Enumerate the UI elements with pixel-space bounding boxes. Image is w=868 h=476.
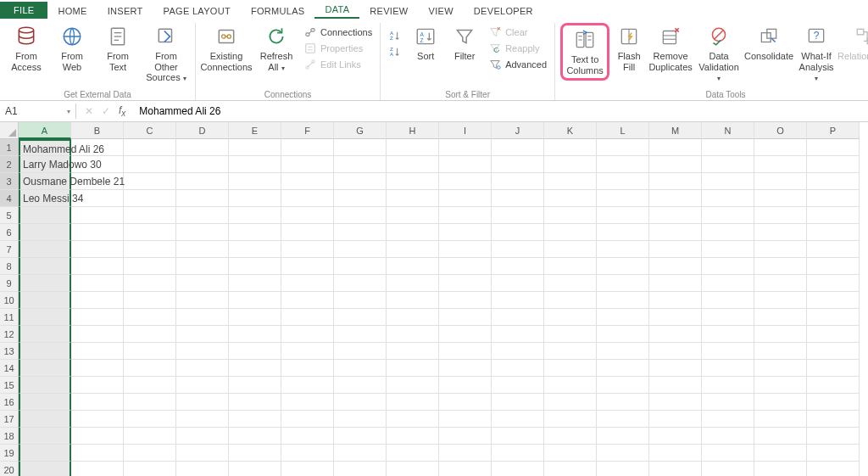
cell-F17[interactable] bbox=[281, 411, 334, 428]
cell-I1[interactable] bbox=[439, 139, 492, 156]
cell-J7[interactable] bbox=[492, 241, 544, 258]
cell-E4[interactable] bbox=[229, 190, 281, 207]
cell-O19[interactable] bbox=[754, 445, 807, 462]
column-header-D[interactable]: D bbox=[176, 122, 229, 139]
cell-K11[interactable] bbox=[544, 309, 597, 326]
cell-P20[interactable] bbox=[807, 462, 860, 476]
cell-L5[interactable] bbox=[597, 207, 649, 224]
cell-I14[interactable] bbox=[439, 360, 492, 377]
fx-icon[interactable]: fx bbox=[119, 104, 125, 118]
cell-M16[interactable] bbox=[649, 394, 702, 411]
cell-M19[interactable] bbox=[649, 445, 702, 462]
cell-I19[interactable] bbox=[439, 445, 492, 462]
cell-L13[interactable] bbox=[597, 343, 649, 360]
cell-C19[interactable] bbox=[124, 445, 176, 462]
column-header-M[interactable]: M bbox=[649, 122, 702, 139]
column-header-C[interactable]: C bbox=[124, 122, 176, 139]
cell-L20[interactable] bbox=[597, 462, 649, 476]
cell-M18[interactable] bbox=[649, 428, 702, 445]
cell-O8[interactable] bbox=[754, 258, 807, 275]
data-validation-button[interactable]: Data Validation ▾ bbox=[696, 23, 742, 85]
cell-F8[interactable] bbox=[281, 258, 334, 275]
cell-K3[interactable] bbox=[544, 173, 597, 190]
cell-J8[interactable] bbox=[492, 258, 544, 275]
properties-button[interactable]: Properties bbox=[301, 41, 375, 56]
text-to-columns-button[interactable]: Text to Columns bbox=[564, 26, 606, 77]
cell-N17[interactable] bbox=[702, 411, 754, 428]
cell-A12[interactable] bbox=[19, 326, 71, 343]
cell-O5[interactable] bbox=[754, 207, 807, 224]
row-header-17[interactable]: 17 bbox=[0, 411, 19, 428]
cell-C12[interactable] bbox=[124, 326, 176, 343]
relationships-button[interactable]: Relationships bbox=[840, 23, 868, 64]
cell-B8[interactable] bbox=[71, 258, 124, 275]
cell-P18[interactable] bbox=[807, 428, 860, 445]
cell-D15[interactable] bbox=[176, 377, 229, 394]
cell-P13[interactable] bbox=[807, 343, 860, 360]
reapply-button[interactable]: Reapply bbox=[486, 41, 549, 56]
cell-H1[interactable] bbox=[387, 139, 439, 156]
cell-J17[interactable] bbox=[492, 411, 544, 428]
column-header-E[interactable]: E bbox=[229, 122, 281, 139]
cell-J16[interactable] bbox=[492, 394, 544, 411]
cell-N12[interactable] bbox=[702, 326, 754, 343]
cell-H6[interactable] bbox=[387, 224, 439, 241]
cell-H11[interactable] bbox=[387, 309, 439, 326]
cell-F7[interactable] bbox=[281, 241, 334, 258]
cell-P11[interactable] bbox=[807, 309, 860, 326]
cell-B11[interactable] bbox=[71, 309, 124, 326]
cell-A9[interactable] bbox=[19, 275, 71, 292]
cell-A3[interactable]: Ousmane Dembele 21 bbox=[19, 173, 71, 190]
sort-asc-button[interactable]: AZ bbox=[386, 28, 404, 43]
cell-D14[interactable] bbox=[176, 360, 229, 377]
cell-K15[interactable] bbox=[544, 377, 597, 394]
tab-formulas[interactable]: FORMULAS bbox=[241, 3, 315, 19]
cell-K12[interactable] bbox=[544, 326, 597, 343]
consolidate-button[interactable]: Consolidate bbox=[745, 23, 793, 64]
cell-M3[interactable] bbox=[649, 173, 702, 190]
cell-M2[interactable] bbox=[649, 156, 702, 173]
cell-G17[interactable] bbox=[334, 411, 387, 428]
cell-L14[interactable] bbox=[597, 360, 649, 377]
cell-J19[interactable] bbox=[492, 445, 544, 462]
from-access-button[interactable]: From Access bbox=[5, 23, 47, 74]
cell-F2[interactable] bbox=[281, 156, 334, 173]
cell-O6[interactable] bbox=[754, 224, 807, 241]
cell-D4[interactable] bbox=[176, 190, 229, 207]
cell-O20[interactable] bbox=[754, 462, 807, 476]
cell-L11[interactable] bbox=[597, 309, 649, 326]
cell-J11[interactable] bbox=[492, 309, 544, 326]
row-header-5[interactable]: 5 bbox=[0, 207, 19, 224]
cell-M7[interactable] bbox=[649, 241, 702, 258]
cell-M4[interactable] bbox=[649, 190, 702, 207]
cell-J15[interactable] bbox=[492, 377, 544, 394]
cell-E14[interactable] bbox=[229, 360, 281, 377]
from-web-button[interactable]: From Web bbox=[51, 23, 93, 74]
row-header-19[interactable]: 19 bbox=[0, 445, 19, 462]
cell-E8[interactable] bbox=[229, 258, 281, 275]
cell-G12[interactable] bbox=[334, 326, 387, 343]
cell-E9[interactable] bbox=[229, 275, 281, 292]
row-header-20[interactable]: 20 bbox=[0, 462, 19, 476]
cell-G11[interactable] bbox=[334, 309, 387, 326]
cell-N6[interactable] bbox=[702, 224, 754, 241]
cell-N19[interactable] bbox=[702, 445, 754, 462]
cell-H4[interactable] bbox=[387, 190, 439, 207]
sort-desc-button[interactable]: ZA bbox=[386, 44, 404, 59]
cell-F13[interactable] bbox=[281, 343, 334, 360]
cell-F15[interactable] bbox=[281, 377, 334, 394]
cell-P5[interactable] bbox=[807, 207, 860, 224]
cell-F18[interactable] bbox=[281, 428, 334, 445]
column-header-G[interactable]: G bbox=[334, 122, 387, 139]
cell-B12[interactable] bbox=[71, 326, 124, 343]
cell-P9[interactable] bbox=[807, 275, 860, 292]
cell-L9[interactable] bbox=[597, 275, 649, 292]
tab-developer[interactable]: DEVELOPER bbox=[464, 3, 543, 19]
filter-button[interactable]: Filter bbox=[447, 23, 482, 64]
cell-P16[interactable] bbox=[807, 394, 860, 411]
cell-D5[interactable] bbox=[176, 207, 229, 224]
clear-filter-button[interactable]: Clear bbox=[486, 25, 549, 40]
cell-F5[interactable] bbox=[281, 207, 334, 224]
cell-K7[interactable] bbox=[544, 241, 597, 258]
cell-A4[interactable]: Leo Messi 34 bbox=[19, 190, 71, 207]
